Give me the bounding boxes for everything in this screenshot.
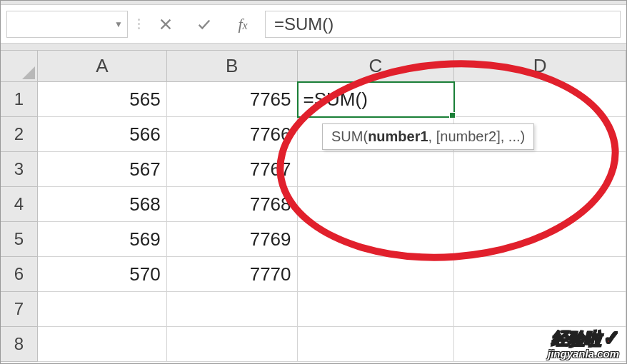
column-header-B[interactable]: B [167, 51, 298, 82]
cell-A1[interactable]: 565 [38, 82, 167, 117]
tooltip-rest: , [number2], ...) [428, 128, 526, 144]
row-header[interactable]: 5 [1, 222, 38, 257]
row-header[interactable]: 8 [1, 327, 38, 362]
cell-C8[interactable] [298, 327, 455, 362]
row-header[interactable]: 4 [1, 187, 38, 222]
table-row: 8 [1, 327, 626, 362]
row-header[interactable]: 1 [1, 82, 38, 117]
check-icon [196, 16, 212, 32]
name-box-dropdown-icon[interactable]: ▼ [114, 19, 123, 29]
row-header[interactable]: 7 [1, 292, 38, 327]
spacer [1, 44, 626, 51]
spreadsheet-grid: A B C D 1 565 7765 =SUM() 2 566 7766 3 5… [1, 51, 626, 362]
cell-D1[interactable] [454, 82, 626, 117]
formula-bar: ▼ fx =SUM() [1, 5, 626, 44]
cell-B6[interactable]: 7770 [167, 257, 298, 292]
row-header[interactable]: 6 [1, 257, 38, 292]
tooltip-fn: SUM [331, 128, 363, 144]
watermark-text: 经验啦 [551, 329, 601, 348]
table-row: 5 569 7769 [1, 222, 626, 257]
cell-D4[interactable] [454, 187, 626, 222]
select-all-corner[interactable] [1, 51, 38, 82]
cell-D7[interactable] [454, 292, 626, 327]
cell-B3[interactable]: 7767 [167, 152, 298, 187]
x-icon [158, 16, 174, 32]
table-row: 4 568 7768 [1, 187, 626, 222]
cell-C7[interactable] [298, 292, 455, 327]
cell-A8[interactable] [38, 327, 167, 362]
cell-B7[interactable] [167, 292, 298, 327]
cell-C4[interactable] [298, 187, 455, 222]
cell-A2[interactable]: 566 [38, 117, 167, 152]
row-header[interactable]: 2 [1, 117, 38, 152]
cell-D3[interactable] [454, 152, 626, 187]
watermark: 经验啦✓ jingyanla.com [548, 328, 619, 359]
function-tooltip: SUM(number1, [number2], ...) [322, 123, 534, 150]
cell-C1[interactable]: =SUM() [298, 82, 455, 117]
watermark-url: jingyanla.com [548, 348, 619, 359]
column-header-A[interactable]: A [38, 51, 167, 82]
cell-A5[interactable]: 569 [38, 222, 167, 257]
cell-B8[interactable] [167, 327, 298, 362]
cell-C3[interactable] [298, 152, 455, 187]
table-row: 3 567 7767 [1, 152, 626, 187]
cell-A3[interactable]: 567 [38, 152, 167, 187]
table-row: 1 565 7765 =SUM() [1, 82, 626, 117]
column-header-C[interactable]: C [298, 51, 455, 82]
cell-A7[interactable] [38, 292, 167, 327]
fx-icon: fx [238, 15, 247, 34]
formula-text: =SUM() [274, 14, 333, 34]
cell-C5[interactable] [298, 222, 455, 257]
enter-button[interactable] [188, 11, 221, 38]
cell-D5[interactable] [454, 222, 626, 257]
cell-D6[interactable] [454, 257, 626, 292]
table-row: 6 570 7770 [1, 257, 626, 292]
cell-B2[interactable]: 7766 [167, 117, 298, 152]
cell-C6[interactable] [298, 257, 455, 292]
column-header-D[interactable]: D [454, 51, 626, 82]
cancel-button[interactable] [149, 11, 182, 38]
name-box[interactable]: ▼ [6, 11, 128, 38]
cell-A6[interactable]: 570 [38, 257, 167, 292]
cell-B5[interactable]: 7769 [167, 222, 298, 257]
tooltip-arg1: number1 [368, 128, 428, 144]
formula-input[interactable]: =SUM() [265, 11, 621, 38]
table-row: 7 [1, 292, 626, 327]
fx-button[interactable]: fx [226, 11, 259, 38]
cell-B1[interactable]: 7765 [167, 82, 298, 117]
cell-A4[interactable]: 568 [38, 187, 167, 222]
column-headers: A B C D [1, 51, 626, 82]
check-icon: ✓ [603, 327, 619, 349]
cell-B4[interactable]: 7768 [167, 187, 298, 222]
row-header[interactable]: 3 [1, 152, 38, 187]
formula-bar-divider [134, 19, 144, 29]
